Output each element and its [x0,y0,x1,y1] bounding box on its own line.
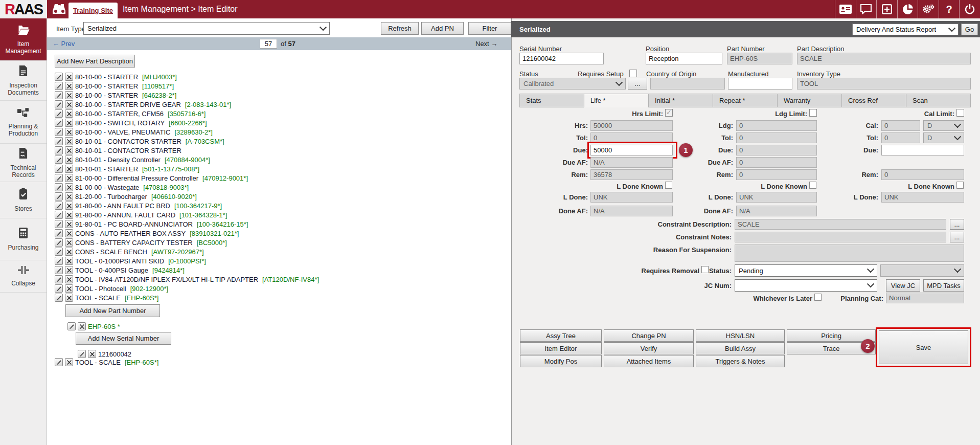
part-description-label[interactable]: 81-00-00 - Differential Pressure Control… [75,174,198,182]
sidebar-item-stores[interactable]: Stores [0,182,47,218]
delete-item-button[interactable] [65,155,73,164]
delete-item-button[interactable] [65,294,73,302]
change-pn-button[interactable]: Change PN [604,329,694,342]
chat-icon[interactable] [856,0,877,18]
power-icon[interactable] [959,0,980,18]
part-description-label[interactable]: CONS - SCALE BENCH [75,248,147,256]
edit-item-button[interactable] [55,119,63,127]
part-number-label[interactable]: [3505716-6*] [168,110,206,118]
tab-cross-ref[interactable]: Cross Ref [841,94,906,107]
part-description-label[interactable]: TOOL - IV84-AT120D/NF IPLEX FX/LX/LT HI-… [75,276,258,283]
part-number-label[interactable]: [101-364328-1*] [179,211,227,219]
delete-item-button[interactable] [65,73,73,81]
removal-status-select[interactable]: Pending [735,264,877,277]
delete-item-button[interactable] [65,174,73,182]
ldg-l-done-known-checkbox[interactable] [809,182,816,189]
edit-item-button[interactable] [55,109,63,118]
part-description-label[interactable]: 80-10-01 - STARTER [75,165,138,173]
part-number-label[interactable]: [470884-9004*] [165,156,210,164]
part-description-label[interactable]: TOOL - Photocell [75,285,126,293]
edit-item-button[interactable] [55,165,63,173]
part-number-label[interactable]: [470818-9003*] [143,184,189,191]
view-jc-button[interactable]: View JC [886,279,920,292]
requires-removal-checkbox[interactable] [701,266,709,273]
tab-warranty[interactable]: Warranty [777,94,841,107]
part-number-label[interactable]: [2-083-143-01*] [185,101,231,108]
constraint-description-ellipsis-button[interactable]: ... [950,219,964,230]
cal-due-input[interactable] [881,145,964,155]
part-description-label[interactable]: 81-00-00 - Wastegate [75,184,139,191]
edit-item-button[interactable] [78,350,86,358]
edit-item-button[interactable] [55,192,63,201]
delete-item-button[interactable] [65,109,73,118]
part-description-label[interactable]: TOOL - 0-1000PSI ANTI SKID [75,257,164,265]
part-description-label[interactable]: 91-80-01 - PC BOARD-ANNUNCIATOR [75,220,193,228]
position-input[interactable] [646,53,722,64]
edit-item-button[interactable] [55,146,63,154]
delete-item-button[interactable] [65,165,73,173]
tab-repeat[interactable]: Repeat * [713,94,777,107]
part-description-label[interactable]: 80-10-00 - STARTER, CFM56 [75,110,164,118]
build-assy-button[interactable]: Build Assy [696,342,785,354]
part-number-label[interactable]: [MHJ4003*] [142,73,177,81]
edit-item-button[interactable] [55,91,63,99]
edit-item-button[interactable] [55,100,63,108]
delete-item-button[interactable] [65,257,73,265]
delete-item-button[interactable] [65,229,73,237]
cal-tol-unit-select[interactable]: D [923,132,964,143]
edit-item-button[interactable] [55,257,63,265]
part-number-label[interactable]: [646238-2*] [142,92,176,99]
sidebar-item-inspection-documents[interactable]: Inspection Documents [0,61,47,101]
sidebar-item-planning-production[interactable]: Planning & Production [0,101,47,144]
tab-life[interactable]: Life * [584,94,648,107]
delete-item-button[interactable] [65,220,73,228]
binoculars-icon[interactable] [52,4,66,16]
modify-pos-button[interactable]: Modify Pos [520,355,602,367]
delete-item-button[interactable] [88,350,96,358]
part-description-label[interactable]: 91-80-00 - ANNUN. FAULT CARD [75,211,175,219]
part-number-label[interactable]: [100-364217-9*] [174,202,222,210]
part-number-label[interactable]: [3289630-2*] [174,128,212,136]
part-number-label[interactable]: [100-364216-15*] [197,220,248,228]
part-number-label[interactable]: [AT120D/NF-IV84*] [262,276,319,283]
delete-item-button[interactable] [65,284,73,293]
item-editor-button[interactable]: Item Editor [520,342,602,354]
cal-unit-select[interactable]: D [923,120,964,131]
sidebar-item-item-management[interactable]: Item Management [0,18,47,61]
status-ellipsis-button[interactable]: ... [628,78,647,90]
settings-icon[interactable] [918,0,939,18]
sidebar-item-technical-records[interactable]: Technical Records [0,144,47,182]
part-number-label[interactable]: [83910321-021*] [190,230,239,237]
cal-l-done-known-checkbox[interactable] [956,182,964,189]
part-description-label[interactable]: 80-10-01 - CONTACTOR STARTER [75,138,181,145]
part-description-label[interactable]: TOOL - 0-400PSI Gauge [75,266,148,274]
refresh-button[interactable]: Refresh [381,22,419,35]
sidebar-item-purchasing[interactable]: Purchasing [0,218,47,260]
delete-item-button[interactable] [65,275,73,283]
verify-button[interactable]: Verify [604,342,694,354]
edit-item-button[interactable] [55,275,63,283]
part-description-label[interactable]: 80-10-00 - STARTER [75,73,138,81]
edit-item-button[interactable] [67,322,76,330]
tab-stats[interactable]: Stats [519,94,584,107]
serial-number-node-label[interactable]: 121600042 [98,350,131,358]
delete-item-button[interactable] [65,82,73,90]
pie-chart-icon[interactable] [897,0,918,18]
delete-item-button[interactable] [65,248,73,256]
part-description-label[interactable]: CONS - AUTO FEATHER BOX ASSY [75,230,186,237]
sidebar-item-collapse[interactable]: Collapse [0,260,47,293]
help-icon[interactable]: ? [939,0,960,18]
edit-item-button[interactable] [55,220,63,228]
edit-item-button[interactable] [55,183,63,191]
save-button[interactable]: Save [879,330,968,364]
part-number-label[interactable]: [BC5000*] [197,239,227,247]
part-description-label[interactable]: 80-10-00 - VALVE, PNEUMATIC [75,128,170,136]
delete-item-button[interactable] [65,91,73,99]
attached-items-button[interactable]: Attached Items [604,355,694,367]
delete-item-button[interactable] [65,183,73,191]
part-number-label[interactable]: [0-1000PSI*] [168,257,206,265]
part-number-label[interactable]: [470912-9001*] [202,174,248,182]
add-pn-button[interactable]: Add PN [421,22,464,35]
part-number-label[interactable]: [EHP-60S*] [125,294,158,302]
part-description-label[interactable]: 80-10-00 - STARTER [75,82,138,90]
